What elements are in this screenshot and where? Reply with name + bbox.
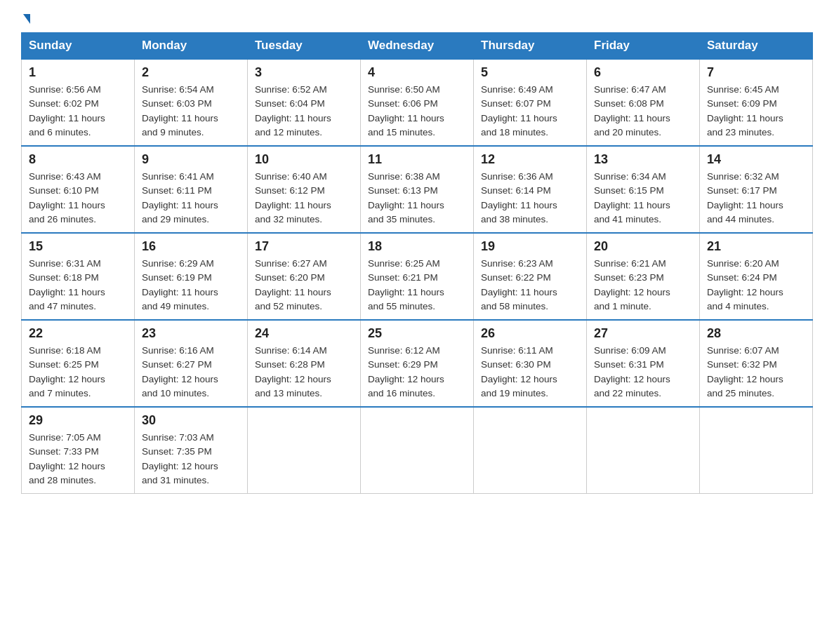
week-row-4: 22Sunrise: 6:18 AMSunset: 6:25 PMDayligh… (22, 320, 813, 407)
day-number: 24 (255, 326, 353, 341)
calendar-cell: 16Sunrise: 6:29 AMSunset: 6:19 PMDayligh… (135, 233, 248, 320)
calendar-cell: 21Sunrise: 6:20 AMSunset: 6:24 PMDayligh… (700, 233, 813, 320)
calendar-cell: 24Sunrise: 6:14 AMSunset: 6:28 PMDayligh… (248, 320, 361, 407)
day-info: Sunrise: 6:20 AMSunset: 6:24 PMDaylight:… (707, 257, 805, 314)
day-info: Sunrise: 6:21 AMSunset: 6:23 PMDaylight:… (594, 257, 692, 314)
day-info: Sunrise: 6:54 AMSunset: 6:03 PMDaylight:… (142, 83, 240, 140)
day-info: Sunrise: 6:14 AMSunset: 6:28 PMDaylight:… (255, 344, 353, 401)
calendar-cell (587, 407, 700, 494)
day-number: 18 (368, 239, 466, 254)
header-wednesday: Wednesday (361, 33, 474, 60)
day-number: 15 (29, 239, 127, 254)
day-info: Sunrise: 6:49 AMSunset: 6:07 PMDaylight:… (481, 83, 579, 140)
calendar-cell: 11Sunrise: 6:38 AMSunset: 6:13 PMDayligh… (361, 146, 474, 233)
day-number: 25 (368, 326, 466, 341)
header-tuesday: Tuesday (248, 33, 361, 60)
day-info: Sunrise: 6:47 AMSunset: 6:08 PMDaylight:… (594, 83, 692, 140)
day-number: 8 (29, 152, 127, 167)
day-info: Sunrise: 6:16 AMSunset: 6:27 PMDaylight:… (142, 344, 240, 401)
day-info: Sunrise: 6:12 AMSunset: 6:29 PMDaylight:… (368, 344, 466, 401)
calendar-cell: 15Sunrise: 6:31 AMSunset: 6:18 PMDayligh… (22, 233, 135, 320)
day-number: 7 (707, 65, 805, 80)
week-row-3: 15Sunrise: 6:31 AMSunset: 6:18 PMDayligh… (22, 233, 813, 320)
calendar-cell: 1Sunrise: 6:56 AMSunset: 6:02 PMDaylight… (22, 59, 135, 146)
day-info: Sunrise: 6:31 AMSunset: 6:18 PMDaylight:… (29, 257, 127, 314)
calendar-cell: 6Sunrise: 6:47 AMSunset: 6:08 PMDaylight… (587, 59, 700, 146)
day-info: Sunrise: 6:32 AMSunset: 6:17 PMDaylight:… (707, 170, 805, 227)
day-number: 27 (594, 326, 692, 341)
day-info: Sunrise: 6:50 AMSunset: 6:06 PMDaylight:… (368, 83, 466, 140)
day-info: Sunrise: 6:18 AMSunset: 6:25 PMDaylight:… (29, 344, 127, 401)
day-info: Sunrise: 6:36 AMSunset: 6:14 PMDaylight:… (481, 170, 579, 227)
day-info: Sunrise: 6:09 AMSunset: 6:31 PMDaylight:… (594, 344, 692, 401)
day-number: 3 (255, 65, 353, 80)
calendar-header-row: SundayMondayTuesdayWednesdayThursdayFrid… (22, 33, 813, 60)
day-number: 28 (707, 326, 805, 341)
day-number: 30 (142, 413, 240, 428)
calendar-cell: 23Sunrise: 6:16 AMSunset: 6:27 PMDayligh… (135, 320, 248, 407)
week-row-1: 1Sunrise: 6:56 AMSunset: 6:02 PMDaylight… (22, 59, 813, 146)
calendar-cell: 26Sunrise: 6:11 AMSunset: 6:30 PMDayligh… (474, 320, 587, 407)
day-number: 6 (594, 65, 692, 80)
calendar-cell: 14Sunrise: 6:32 AMSunset: 6:17 PMDayligh… (700, 146, 813, 233)
day-number: 10 (255, 152, 353, 167)
logo-triangle-icon (23, 14, 30, 24)
calendar-cell: 27Sunrise: 6:09 AMSunset: 6:31 PMDayligh… (587, 320, 700, 407)
calendar-cell: 2Sunrise: 6:54 AMSunset: 6:03 PMDaylight… (135, 59, 248, 146)
calendar-cell: 28Sunrise: 6:07 AMSunset: 6:32 PMDayligh… (700, 320, 813, 407)
day-number: 26 (481, 326, 579, 341)
day-number: 21 (707, 239, 805, 254)
calendar-cell: 19Sunrise: 6:23 AMSunset: 6:22 PMDayligh… (474, 233, 587, 320)
day-number: 14 (707, 152, 805, 167)
calendar-cell: 29Sunrise: 7:05 AMSunset: 7:33 PMDayligh… (22, 407, 135, 494)
day-info: Sunrise: 6:40 AMSunset: 6:12 PMDaylight:… (255, 170, 353, 227)
calendar-cell: 10Sunrise: 6:40 AMSunset: 6:12 PMDayligh… (248, 146, 361, 233)
page-header (21, 14, 813, 25)
calendar-cell: 22Sunrise: 6:18 AMSunset: 6:25 PMDayligh… (22, 320, 135, 407)
week-row-5: 29Sunrise: 7:05 AMSunset: 7:33 PMDayligh… (22, 407, 813, 494)
logo (21, 14, 30, 25)
day-number: 19 (481, 239, 579, 254)
header-sunday: Sunday (22, 33, 135, 60)
header-monday: Monday (135, 33, 248, 60)
day-info: Sunrise: 6:29 AMSunset: 6:19 PMDaylight:… (142, 257, 240, 314)
day-number: 9 (142, 152, 240, 167)
calendar-cell: 3Sunrise: 6:52 AMSunset: 6:04 PMDaylight… (248, 59, 361, 146)
day-info: Sunrise: 6:56 AMSunset: 6:02 PMDaylight:… (29, 83, 127, 140)
calendar-cell: 18Sunrise: 6:25 AMSunset: 6:21 PMDayligh… (361, 233, 474, 320)
calendar-cell: 17Sunrise: 6:27 AMSunset: 6:20 PMDayligh… (248, 233, 361, 320)
day-info: Sunrise: 6:41 AMSunset: 6:11 PMDaylight:… (142, 170, 240, 227)
day-number: 2 (142, 65, 240, 80)
calendar-cell: 25Sunrise: 6:12 AMSunset: 6:29 PMDayligh… (361, 320, 474, 407)
day-info: Sunrise: 6:34 AMSunset: 6:15 PMDaylight:… (594, 170, 692, 227)
day-info: Sunrise: 6:27 AMSunset: 6:20 PMDaylight:… (255, 257, 353, 314)
day-number: 17 (255, 239, 353, 254)
day-info: Sunrise: 6:07 AMSunset: 6:32 PMDaylight:… (707, 344, 805, 401)
day-info: Sunrise: 6:38 AMSunset: 6:13 PMDaylight:… (368, 170, 466, 227)
calendar-cell: 20Sunrise: 6:21 AMSunset: 6:23 PMDayligh… (587, 233, 700, 320)
day-number: 29 (29, 413, 127, 428)
day-number: 16 (142, 239, 240, 254)
day-info: Sunrise: 7:05 AMSunset: 7:33 PMDaylight:… (29, 431, 127, 488)
day-number: 5 (481, 65, 579, 80)
day-number: 23 (142, 326, 240, 341)
calendar-cell: 13Sunrise: 6:34 AMSunset: 6:15 PMDayligh… (587, 146, 700, 233)
header-thursday: Thursday (474, 33, 587, 60)
calendar-cell: 7Sunrise: 6:45 AMSunset: 6:09 PMDaylight… (700, 59, 813, 146)
calendar-cell (361, 407, 474, 494)
calendar-cell (700, 407, 813, 494)
day-info: Sunrise: 6:25 AMSunset: 6:21 PMDaylight:… (368, 257, 466, 314)
day-info: Sunrise: 6:11 AMSunset: 6:30 PMDaylight:… (481, 344, 579, 401)
day-info: Sunrise: 6:23 AMSunset: 6:22 PMDaylight:… (481, 257, 579, 314)
day-info: Sunrise: 6:45 AMSunset: 6:09 PMDaylight:… (707, 83, 805, 140)
calendar-cell (248, 407, 361, 494)
calendar-cell: 30Sunrise: 7:03 AMSunset: 7:35 PMDayligh… (135, 407, 248, 494)
day-number: 12 (481, 152, 579, 167)
calendar-cell: 4Sunrise: 6:50 AMSunset: 6:06 PMDaylight… (361, 59, 474, 146)
week-row-2: 8Sunrise: 6:43 AMSunset: 6:10 PMDaylight… (22, 146, 813, 233)
calendar-cell: 9Sunrise: 6:41 AMSunset: 6:11 PMDaylight… (135, 146, 248, 233)
calendar-cell: 8Sunrise: 6:43 AMSunset: 6:10 PMDaylight… (22, 146, 135, 233)
day-info: Sunrise: 6:52 AMSunset: 6:04 PMDaylight:… (255, 83, 353, 140)
calendar-cell: 5Sunrise: 6:49 AMSunset: 6:07 PMDaylight… (474, 59, 587, 146)
day-number: 1 (29, 65, 127, 80)
